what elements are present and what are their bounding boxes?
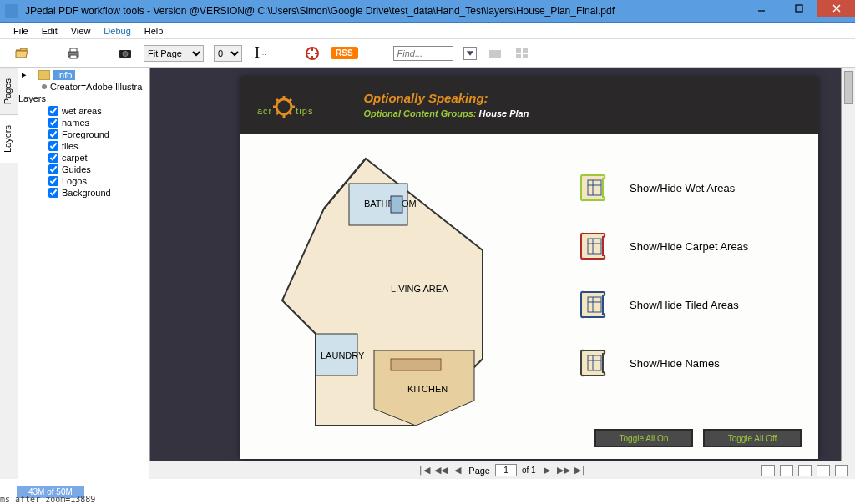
document-viewport[interactable]: acrtips Optionally Speaking: Optional Co… (149, 68, 842, 479)
toggle-all-off-button[interactable]: Toggle All Off (703, 429, 802, 447)
scrollbar-thumb[interactable] (844, 71, 853, 104)
scroll-icon (576, 229, 611, 264)
snapshot-icon[interactable] (117, 45, 134, 62)
svg-rect-10 (489, 50, 501, 58)
legend-label: Show/Hide Wet Areas (630, 182, 735, 194)
layer-checkbox[interactable] (48, 118, 58, 128)
layer-item[interactable]: Foreground (18, 129, 149, 140)
layer-item[interactable]: carpet (18, 152, 149, 164)
legend-item[interactable]: Show/Hide Carpet Areas (576, 229, 793, 264)
minimize-button[interactable] (742, 0, 780, 17)
layer-checkbox[interactable] (48, 164, 58, 174)
app-icon (5, 4, 18, 18)
view-continuous-icon[interactable] (780, 465, 793, 476)
nav-back-icon[interactable]: ◀ (452, 465, 463, 476)
layer-label: tiles (62, 141, 78, 151)
tab-pages[interactable]: Pages (0, 68, 18, 114)
legend-item[interactable]: Show/Hide Wet Areas (576, 170, 793, 205)
layer-item[interactable]: Guides (18, 164, 149, 175)
creator-row: Creator=Adobe Illustra (18, 82, 149, 92)
nav-last-icon[interactable]: ▶∣ (574, 465, 586, 476)
view-mode-icons (761, 465, 848, 476)
layer-checkbox[interactable] (48, 153, 58, 163)
menu-edit[interactable]: Edit (35, 24, 64, 38)
menu-file[interactable]: File (7, 24, 35, 38)
layer-list: wet areasnamesForegroundtilescarpetGuide… (18, 105, 149, 199)
svg-text:KITCHEN: KITCHEN (407, 384, 448, 394)
svg-line-21 (289, 112, 291, 114)
heading-text: Optionally Speaking: Optional Content Gr… (330, 91, 802, 119)
zoom-select[interactable]: Fit Page (144, 45, 204, 62)
menu-help[interactable]: Help (138, 24, 170, 38)
open-icon[interactable] (13, 45, 30, 62)
creator-label: Creator=Adobe Illustra (50, 82, 142, 92)
tab-layers[interactable]: Layers (0, 114, 18, 163)
rss-button[interactable]: RSS (331, 47, 358, 59)
find-input[interactable] (393, 46, 453, 61)
layer-label: carpet (62, 153, 88, 163)
layer-item[interactable]: tiles (18, 140, 149, 152)
logo-left: acr (257, 106, 272, 116)
view-flow-icon[interactable] (835, 465, 848, 476)
svg-text:BATHROOM: BATHROOM (364, 199, 417, 209)
legend-label: Show/Hide Tiled Areas (630, 299, 739, 311)
legend-label: Show/Hide Names (630, 357, 720, 370)
layer-item[interactable]: Logos (18, 175, 149, 187)
find-dropdown-icon[interactable] (463, 47, 477, 60)
nav-first-icon[interactable]: ∣◀ (418, 465, 430, 476)
view-facing-cont-icon[interactable] (817, 465, 830, 476)
heading-line2: Optional Content Groups: House Plan (363, 105, 802, 119)
layer-checkbox[interactable] (48, 141, 58, 151)
info-row[interactable]: ▸ Info (18, 68, 149, 82)
legend-label: Show/Hide Carpet Areas (630, 240, 748, 253)
maximize-button[interactable] (780, 0, 817, 17)
page-header: acrtips Optionally Speaking: Optional Co… (240, 77, 818, 134)
document-wrapper: acrtips Optionally Speaking: Optional Co… (149, 68, 855, 479)
svg-text:LIVING AREA: LIVING AREA (391, 284, 448, 294)
layer-checkbox[interactable] (48, 129, 58, 139)
layer-checkbox[interactable] (48, 176, 58, 186)
svg-point-8 (123, 51, 128, 56)
menu-debug[interactable]: Debug (97, 24, 137, 38)
view-facing-icon[interactable] (798, 465, 812, 476)
layer-label: Logos (62, 176, 87, 186)
vertical-scrollbar[interactable] (842, 68, 855, 479)
main-area: Pages Layers ▸ Info Creator=Adobe Illust… (0, 68, 855, 479)
layer-label: Guides (62, 164, 91, 174)
logo-right: tips (296, 106, 313, 116)
svg-rect-6 (70, 55, 77, 58)
menu-view[interactable]: View (64, 24, 98, 38)
text-select-icon[interactable]: I… (252, 45, 269, 62)
svg-rect-1 (796, 5, 802, 12)
nav-fastback-icon[interactable]: ◀◀ (435, 465, 447, 476)
layer-item[interactable]: names (18, 117, 149, 129)
layer-item[interactable]: wet areas (18, 105, 149, 117)
svg-rect-12 (523, 48, 528, 53)
status-garble: ms after zoom=13889 (0, 495, 95, 504)
nav-fwd-icon[interactable]: ▶ (541, 465, 553, 476)
scroll-icon (576, 345, 611, 381)
bullet-icon (42, 84, 47, 89)
close-button[interactable] (817, 0, 855, 17)
page-body: BATHROOM LIVING AREA LAUNDRY KITCHEN (240, 134, 818, 459)
legend-item[interactable]: Show/Hide Names (576, 345, 793, 381)
page-input[interactable] (495, 464, 517, 476)
print-icon[interactable] (65, 45, 82, 62)
layers-panel: ▸ Info Creator=Adobe Illustra Layers wet… (18, 68, 149, 479)
view-single-icon[interactable] (761, 465, 775, 476)
svg-rect-5 (70, 48, 77, 52)
page-navbar: ∣◀ ◀◀ ◀ Page of 1 ▶ ▶▶ ▶∣ (149, 461, 855, 479)
toolbar: Fit Page 0 I… RSS (0, 39, 855, 68)
buoy-icon[interactable] (304, 45, 321, 62)
layer-item[interactable]: Background (18, 187, 149, 199)
nav-fastfwd-icon[interactable]: ▶▶ (558, 465, 569, 476)
toggle-buttons: Toggle All On Toggle All Off (594, 429, 802, 447)
layer-checkbox[interactable] (48, 106, 58, 116)
layers-group-label[interactable]: Layers (18, 92, 149, 105)
rotation-select[interactable]: 0 (214, 45, 242, 62)
svg-rect-33 (391, 359, 441, 370)
legend-item[interactable]: Show/Hide Tiled Areas (576, 287, 793, 322)
toggle-all-on-button[interactable]: Toggle All On (594, 429, 693, 447)
layer-checkbox[interactable] (48, 188, 58, 198)
gear-icon (272, 95, 296, 118)
